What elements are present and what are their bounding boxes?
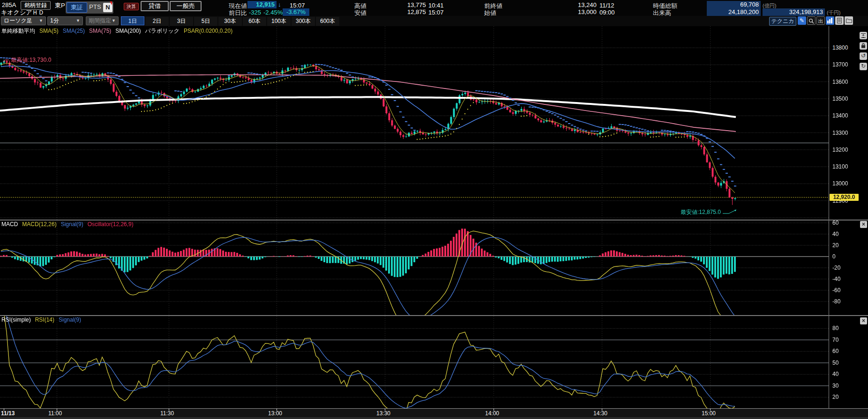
price-axis-label: 13300 xyxy=(832,129,858,137)
range-button-600本[interactable]: 600本 xyxy=(316,17,339,26)
time-axis-label: 15:00 xyxy=(702,410,716,417)
chevron-down-icon: ▼ xyxy=(39,17,43,25)
rsi-axis-label: 30 xyxy=(832,382,858,390)
rsi-axis-label: 80 xyxy=(832,324,858,332)
time-tick xyxy=(169,409,169,411)
pencil-icon[interactable]: ✎ xyxy=(798,16,806,25)
chart-icon[interactable] xyxy=(826,16,834,25)
range-button-300本[interactable]: 300本 xyxy=(292,17,315,26)
current-price-axis-tag: 12,920.0 xyxy=(830,194,859,201)
magnifier-icon[interactable] xyxy=(807,16,816,25)
price-axis-label: 13200 xyxy=(832,146,858,154)
range-button-5日[interactable]: 5日 xyxy=(194,17,217,26)
axis-separator xyxy=(829,26,829,408)
range-button-100本[interactable]: 100本 xyxy=(267,17,291,26)
low-time: 15:07 xyxy=(428,9,444,16)
time-tick xyxy=(277,409,277,411)
stock-info-bar: 285A 銘柄登録 東P キオクシアＨＤ 東証 PTS N 決算 貸借 一般売 … xyxy=(0,0,868,16)
range-button-60本[interactable]: 60本 xyxy=(243,17,266,26)
price-axis-label: 13800 xyxy=(832,44,858,51)
sma-legend: 単純移動平均SMA(5)SMA(25)SMA(75)SMA(200)パラボリック… xyxy=(1,27,241,35)
market-segment: 東P xyxy=(55,1,65,10)
range-button-2日[interactable]: 2日 xyxy=(145,17,169,26)
export-icon[interactable]: 出 xyxy=(816,16,825,25)
chart-region: 単純移動平均SMA(5)SMA(25)SMA(75)SMA(200)パラボリック… xyxy=(0,26,868,408)
toolbar-icon-group: ✎出 xyxy=(797,16,853,25)
rsi-axis-label: 40 xyxy=(832,370,858,378)
technical-button[interactable]: テクニカル xyxy=(769,17,796,26)
general-sell-button[interactable]: 一般売 xyxy=(170,1,202,11)
change-percent: -2.45% xyxy=(263,9,283,16)
close-macd-icon[interactable]: × xyxy=(860,221,867,228)
news-flag-icon xyxy=(110,1,112,9)
tab-pts[interactable]: PTS xyxy=(88,2,103,12)
open-value: 13,000 xyxy=(578,8,597,15)
exchange-tab-group: 東証 PTS N xyxy=(66,1,113,14)
time-tick xyxy=(710,409,711,411)
macd-axis-label: 40 xyxy=(832,230,858,238)
change-value: -325 xyxy=(249,9,261,16)
panel-separator-macd[interactable] xyxy=(0,220,868,221)
macd-legend: MACDMACD(12,26)Signal(9)Oscillator(12,26… xyxy=(1,221,142,228)
low-value: 12,875 xyxy=(407,8,426,15)
current-price-time: 15:07 xyxy=(290,2,305,9)
sma-legend-title: 単純移動平均 xyxy=(1,28,35,34)
range-button-group: 1日2日3日5日30本60本100本300本600本 xyxy=(121,16,340,26)
time-tick xyxy=(602,409,602,411)
rsi-axis-label: 60 xyxy=(832,347,858,355)
prev-close-value: 13,240 xyxy=(578,1,597,8)
macd-axis-label: 20 xyxy=(832,242,858,249)
panel-separator-rsi[interactable] xyxy=(0,315,868,316)
price-axis-label: 13400 xyxy=(832,112,858,119)
legend-item: SMA(200) xyxy=(115,28,141,34)
chart-type-select[interactable]: ローソク足▼ xyxy=(1,16,46,25)
arrow-icon xyxy=(3,57,9,63)
price-chart-canvas[interactable] xyxy=(0,26,829,408)
margin-button[interactable]: 貸借 xyxy=(141,1,169,11)
session-high-annotation: 最高値:13,730.0 xyxy=(3,56,51,64)
folder-icon[interactable] xyxy=(845,16,853,25)
time-axis[interactable]: 11/1311:0011:3013:0013:3014:0014:3015:00 xyxy=(0,408,868,419)
close-rsi-icon[interactable]: × xyxy=(860,317,867,324)
range-button-1日[interactable]: 1日 xyxy=(121,16,144,25)
rsi-axis-label: 20 xyxy=(832,393,858,401)
session-low-annotation: 最安値:12,875.0 xyxy=(681,208,738,216)
chart-scrollbar[interactable] xyxy=(0,417,868,419)
rsi-axis-label: 50 xyxy=(832,359,858,367)
rsi-legend: RSI(simple)RSI(14)Signal(9) xyxy=(1,316,90,323)
lock-icon[interactable] xyxy=(860,42,867,50)
open-time: 09:00 xyxy=(599,9,615,16)
range-button-30本[interactable]: 30本 xyxy=(218,17,242,26)
redo-icon[interactable]: ↻ xyxy=(860,63,867,70)
trading-app-window: 285A 銘柄登録 東P キオクシアＨＤ 東証 PTS N 決算 貸借 一般売 … xyxy=(0,0,868,419)
period-select[interactable]: 期間指定▼ xyxy=(86,16,119,25)
news-icon[interactable]: N xyxy=(103,3,112,12)
macd-axis-label: -80 xyxy=(832,298,858,305)
turnover-value: 324,198,913 xyxy=(763,8,825,16)
macd-axis-label: 60 xyxy=(832,219,858,227)
turnover-unit: (千円) xyxy=(827,9,840,16)
fit-scale-icon[interactable] xyxy=(860,32,867,39)
change-percent-boxed: -3.67% xyxy=(283,8,309,16)
macd-legend-title: MACD xyxy=(1,221,18,228)
legend-item: RSI(14) xyxy=(35,316,54,323)
rsi-axis-label: 70 xyxy=(832,336,858,344)
range-button-3日[interactable]: 3日 xyxy=(170,17,193,26)
legend-item: MACD(12,26) xyxy=(22,221,56,228)
interval-select[interactable]: 1分▼ xyxy=(47,16,83,25)
tab-tse[interactable]: 東証 xyxy=(67,2,87,13)
chevron-down-icon: ▼ xyxy=(76,17,80,25)
arrow-icon xyxy=(722,208,738,215)
stock-code: 285A xyxy=(2,1,16,8)
high-value: 13,775 xyxy=(407,1,426,8)
undo-icon[interactable]: ↺ xyxy=(860,52,867,60)
document-icon[interactable] xyxy=(835,16,844,25)
price-axis-label: 13600 xyxy=(832,78,858,86)
price-axis-label: 13100 xyxy=(832,163,858,170)
legend-item: SMA(5) xyxy=(39,28,59,34)
time-axis-label: 13:30 xyxy=(376,410,390,417)
price-axis-label: 13500 xyxy=(832,95,858,103)
time-axis-label: 11:00 xyxy=(48,410,62,417)
time-axis-label: 11:30 xyxy=(160,410,174,417)
volume-value: 24,180,200 xyxy=(707,8,761,16)
